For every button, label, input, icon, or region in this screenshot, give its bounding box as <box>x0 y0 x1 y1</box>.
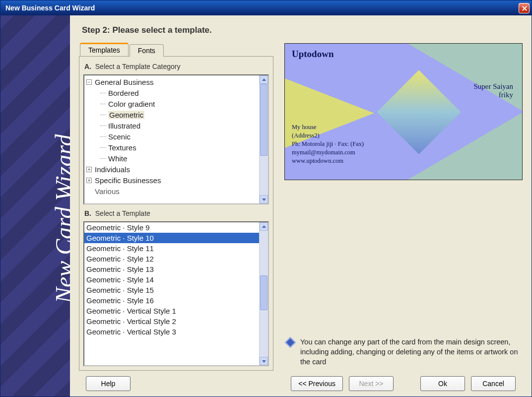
titlebar: New Business Card Wizard <box>0 0 532 15</box>
preview-address: My house (Address2) Ph: Motorola jiji · … <box>292 123 364 165</box>
list-item[interactable]: Geometric · Style 14 <box>84 274 259 285</box>
section-a-label: A. Select a Template Category <box>84 63 268 70</box>
section-b-prefix: B. <box>84 209 91 217</box>
preview-name: Super Saiyan friky <box>473 82 513 99</box>
list-item[interactable]: Geometric · Style 16 <box>84 295 259 306</box>
list-scrollbar[interactable] <box>259 222 268 365</box>
right-column: Uptodown Super Saiyan friky My house (Ad… <box>284 42 523 371</box>
templates-panel: A. Select a Template Category − General … <box>79 56 273 371</box>
template-list[interactable]: Geometric · Style 9 Geometric · Style 10… <box>83 221 269 366</box>
tree-item-various[interactable]: Various <box>86 186 257 197</box>
window-title: New Business Card Wizard <box>5 4 95 12</box>
ok-button[interactable]: Ok <box>420 376 465 391</box>
tree-label: Individuals <box>95 165 130 174</box>
tree-label: Bordered <box>108 89 139 97</box>
tree-label: Various <box>95 187 120 196</box>
next-button[interactable]: Next >> <box>349 376 394 391</box>
preview-addr-line: My house <box>292 123 364 132</box>
tree-item-specific-businesses[interactable]: + Specific Businesses <box>86 175 257 186</box>
tree-item-general-business[interactable]: − General Business <box>86 76 257 87</box>
tree-label: Illustrated <box>108 122 140 130</box>
close-icon[interactable] <box>519 3 530 13</box>
preview-company: Uptodown <box>292 49 333 60</box>
list-item[interactable]: Geometric · Style 15 <box>84 285 259 295</box>
tree-item-white[interactable]: White <box>86 153 257 164</box>
scroll-track[interactable] <box>260 84 268 195</box>
tree-label: Specific Businesses <box>95 176 161 185</box>
step-heading: Step 2: Please select a template. <box>82 25 523 35</box>
list-item[interactable]: Geometric · Style 9 <box>84 222 259 233</box>
list-item[interactable]: Geometric · Style 12 <box>84 254 259 264</box>
scroll-thumb[interactable] <box>260 275 267 310</box>
preview-addr-line: www.uptodown.com <box>292 157 364 165</box>
list-item[interactable]: Geometric · Vertical Style 3 <box>84 327 259 337</box>
list-item[interactable]: Geometric · Style 11 <box>84 243 259 254</box>
wizard-sidebar: New Card Wizard <box>0 15 70 397</box>
list-item[interactable]: Geometric · Style 10 <box>84 233 259 243</box>
tree-item-bordered[interactable]: Bordered <box>86 87 257 98</box>
wizard-window: New Business Card Wizard New Card Wizard… <box>0 0 532 397</box>
scroll-up-button[interactable] <box>260 222 268 231</box>
scroll-up-button[interactable] <box>260 75 268 84</box>
info-row: You can change any part of the card from… <box>284 329 523 371</box>
tree-label: General Business <box>95 78 153 86</box>
info-icon <box>285 337 296 348</box>
tree-scrollbar[interactable] <box>259 75 268 203</box>
previous-button[interactable]: << Previous <box>291 376 343 391</box>
tree-item-illustrated[interactable]: Illustrated <box>86 120 257 131</box>
tree-item-textures[interactable]: Textures <box>86 142 257 153</box>
tree-item-scenic[interactable]: Scenic <box>86 131 257 142</box>
tree-item-geometric[interactable]: Geometric <box>86 109 257 120</box>
card-preview: Uptodown Super Saiyan friky My house (Ad… <box>284 43 523 180</box>
info-text: You can change any part of the card from… <box>300 337 519 367</box>
tabstrip: Templates Fonts <box>79 42 273 56</box>
tree-label: Scenic <box>108 132 131 141</box>
section-a-text: Select a Template Category <box>95 63 181 70</box>
section-b-label: B. Select a Template <box>84 209 268 217</box>
list-item[interactable]: Geometric · Vertical Style 2 <box>84 316 259 327</box>
tree-label: White <box>108 154 127 163</box>
preview-addr-line: (Address2) <box>292 132 364 140</box>
tree-label: Color gradient <box>108 100 155 108</box>
preview-addr-line: Ph: Motorola jiji · Fax: (Fax) <box>292 140 364 148</box>
scroll-track[interactable] <box>260 231 268 357</box>
section-b-text: Select a Template <box>95 209 150 217</box>
tree-item-color-gradient[interactable]: Color gradient <box>86 98 257 109</box>
collapse-icon[interactable]: − <box>86 79 92 85</box>
tree-label: Textures <box>108 143 136 152</box>
expand-icon[interactable]: + <box>86 167 92 172</box>
scroll-down-button[interactable] <box>260 357 268 365</box>
main-panel: Step 2: Please select a template. Templa… <box>70 15 532 397</box>
tree-item-individuals[interactable]: + Individuals <box>86 164 257 175</box>
category-tree[interactable]: − General Business Bordered Color gradie… <box>83 74 269 204</box>
section-a-prefix: A. <box>84 63 91 70</box>
left-column: Templates Fonts A. Select a Template Cat… <box>79 42 273 371</box>
list-item[interactable]: Geometric · Vertical Style 1 <box>84 306 259 316</box>
tab-fonts[interactable]: Fonts <box>130 44 164 57</box>
expand-icon[interactable]: + <box>86 178 92 183</box>
tab-templates[interactable]: Templates <box>80 43 129 56</box>
preview-name-line: friky <box>473 91 513 99</box>
body-area: New Card Wizard Step 2: Please select a … <box>0 15 532 397</box>
preview-addr-line: mymail@mydomain.com <box>292 148 364 157</box>
sidebar-title: New Card Wizard <box>50 134 70 304</box>
scroll-thumb[interactable] <box>260 84 267 156</box>
list-item[interactable]: Geometric · Style 13 <box>84 264 259 274</box>
scroll-down-button[interactable] <box>260 195 268 203</box>
help-button[interactable]: Help <box>86 376 131 391</box>
tree-label: Geometric <box>108 111 144 119</box>
preview-name-line: Super Saiyan <box>473 82 513 91</box>
button-bar: Help << Previous Next >> Ok Cancel <box>79 371 523 397</box>
cancel-button[interactable]: Cancel <box>471 376 516 391</box>
